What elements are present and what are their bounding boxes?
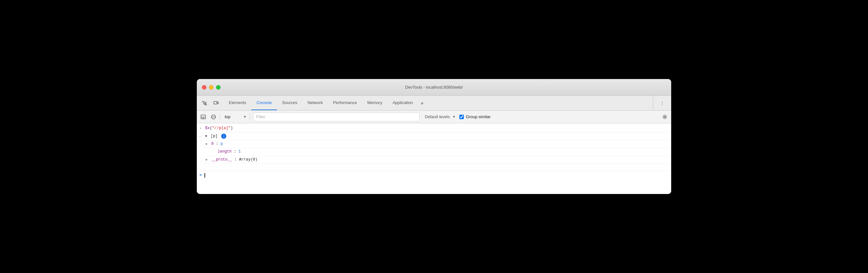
devtools-menu-icon[interactable]: ⋮ — [657, 98, 668, 108]
value-p: p — [220, 142, 223, 146]
tab-elements[interactable]: Elements — [224, 96, 251, 110]
toolbar-separator-2 — [250, 114, 250, 120]
code-function: $x — [205, 126, 210, 130]
console-entry-proto: ▶ __proto__ : Array(0) — [203, 156, 671, 164]
titlebar: DevTools - localhost:8080/web/ — [197, 79, 671, 96]
console-output-header: ▼ [p] i — [205, 133, 669, 139]
clear-console-icon[interactable] — [209, 112, 218, 121]
more-tabs-button[interactable]: » — [418, 96, 426, 110]
settings-gear-icon[interactable] — [660, 112, 669, 121]
tab-network[interactable]: Network — [303, 96, 328, 110]
group-similar-checkbox[interactable] — [459, 115, 464, 119]
devtools-window: DevTools - localhost:8080/web/ Elements — [197, 79, 671, 194]
console-toolbar: top ▼ Default levels ▼ Group similar — [197, 110, 671, 123]
context-selector[interactable]: top — [222, 113, 248, 120]
expand-icon-proto[interactable]: ▶ — [206, 158, 208, 162]
console-entry-length: length : 1 — [208, 148, 671, 156]
code-string: "//p[a]" — [212, 126, 231, 130]
colon-length: : — [234, 149, 239, 154]
toolbar-separator — [220, 114, 220, 120]
chevron-down-icon: ▼ — [452, 115, 456, 118]
tab-sources[interactable]: Sources — [277, 96, 303, 110]
code-parens-close: ) — [230, 126, 233, 130]
console-input-text: $x("//p[a]") — [205, 125, 669, 131]
collapse-expand-icon[interactable]: ▼ — [205, 135, 207, 138]
inspect-element-icon[interactable] — [199, 98, 210, 108]
console-entry-length-content: length : 1 — [211, 149, 669, 155]
show-console-drawer-icon[interactable] — [199, 112, 208, 121]
svg-rect-0 — [205, 104, 207, 105]
value-1: 1 — [239, 149, 241, 154]
expand-icon-0[interactable]: ▶ — [206, 142, 208, 146]
traffic-lights — [202, 85, 220, 90]
close-button[interactable] — [202, 85, 207, 90]
console-content: > $x("//p[a]") ← ▼ [p] i ▶ 0 : p — [197, 123, 671, 194]
key-proto: __proto__ — [211, 157, 232, 162]
key-0: 0 — [211, 142, 214, 146]
tab-memory[interactable]: Memory — [362, 96, 388, 110]
filter-input[interactable] — [253, 114, 419, 119]
svg-point-8 — [664, 116, 666, 117]
code-parens: ( — [210, 126, 212, 130]
device-toolbar-icon[interactable] — [211, 98, 221, 108]
tab-bar-left-icons — [199, 96, 224, 110]
array-label: [p] — [211, 134, 218, 138]
console-entry-output-header: ← ▼ [p] i — [197, 133, 671, 141]
minimize-button[interactable] — [209, 85, 214, 90]
filter-input-wrapper — [253, 112, 420, 121]
input-arrow-icon: > — [199, 126, 203, 132]
tab-bar: Elements Console Sources Network Perform… — [197, 96, 671, 110]
svg-rect-2 — [217, 102, 219, 104]
tab-performance[interactable]: Performance — [328, 96, 362, 110]
console-entry-proto-content: ▶ __proto__ : Array(0) — [206, 157, 669, 163]
window-title: DevTools - localhost:8080/web/ — [405, 85, 463, 90]
console-entry-0-content: ▶ 0 : p — [206, 141, 669, 147]
tab-bar-right: ⋮ — [653, 96, 671, 110]
colon-0: : — [216, 142, 220, 146]
info-badge-icon: i — [221, 134, 226, 139]
input-caret-icon: > — [199, 172, 202, 179]
colon-proto: : — [234, 157, 239, 162]
group-similar-label: Group similar — [466, 114, 490, 119]
maximize-button[interactable] — [216, 85, 220, 90]
tab-application[interactable]: Application — [388, 96, 418, 110]
back-arrow-icon: ← — [199, 134, 203, 140]
tab-console[interactable]: Console — [251, 96, 277, 110]
log-levels-button[interactable]: Default levels ▼ — [422, 113, 458, 120]
value-array: Array(0) — [239, 157, 258, 162]
key-length: length — [218, 149, 231, 154]
console-entry-empty — [197, 164, 671, 171]
group-similar-checkbox-group: Group similar — [459, 114, 490, 119]
tabs: Elements Console Sources Network Perform… — [224, 96, 653, 110]
console-entry-0: ▶ 0 : p — [203, 140, 671, 148]
console-input-row[interactable]: > — [197, 171, 671, 180]
console-entry-input: > $x("//p[a]") — [197, 125, 671, 133]
context-selector-wrapper: top ▼ — [222, 113, 248, 120]
svg-marker-5 — [202, 118, 204, 118]
cursor-blink — [205, 173, 205, 178]
svg-rect-1 — [214, 102, 217, 104]
